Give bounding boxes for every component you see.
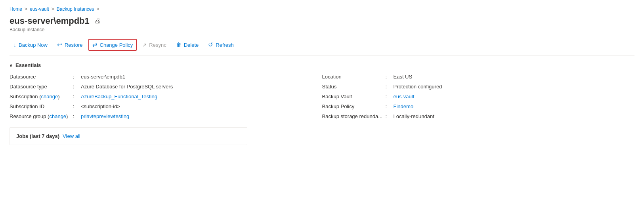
jobs-label: Jobs (last 7 days) [16,133,59,139]
change-policy-button[interactable]: ⇄ Change Policy [88,39,137,51]
breadcrumb: Home > eus-vault > Backup Instances > [10,6,634,12]
resync-button[interactable]: ↗ Resync [138,40,170,50]
backup-policy-value: Findemo [394,103,635,109]
status-label: Status [322,84,386,90]
status-value: Protection configured [394,84,635,90]
backup-vault-row: Backup Vault : eus-vault [322,94,635,99]
subscription-link[interactable]: AzureBackup_Functional_Testing [81,94,157,99]
jobs-view-all-link[interactable]: View all [63,133,80,139]
restore-label: Restore [65,42,83,48]
breadcrumb-backup-instances[interactable]: Backup Instances [57,6,94,12]
essentials-chevron[interactable]: ∧ [10,63,12,67]
location-label: Location [322,74,386,80]
jobs-section: Jobs (last 7 days) View all [10,127,247,145]
backup-vault-value: eus-vault [394,94,635,99]
change-policy-icon: ⇄ [92,41,97,48]
location-value: East US [394,74,635,80]
resource-group-link[interactable]: priavtepreviewtesting [81,113,129,119]
backup-now-button[interactable]: ↓ Backup Now [10,39,52,50]
jobs-header: Jobs (last 7 days) View all [16,133,241,139]
backup-policy-label: Backup Policy [322,103,386,109]
title-row: eus-server\empdb1 🖨 [10,16,634,26]
page-title: eus-server\empdb1 [10,16,90,26]
breadcrumb-home[interactable]: Home [10,6,22,12]
subscription-id-row: Subscription ID : <subscription-id> [10,103,322,109]
datasource-label: Datasource [10,74,73,80]
delete-button[interactable]: 🗑 Delete [172,39,203,50]
essentials-title: Essentials [15,62,41,68]
resync-label: Resync [149,42,166,48]
backup-now-label: Backup Now [19,42,48,48]
essentials-section: ∧ Essentials Datasource : eus-server\emp… [10,62,634,119]
delete-icon: 🗑 [176,42,182,48]
status-row: Status : Protection configured [322,84,635,90]
datasource-value: eus-server\empdb1 [81,74,322,80]
restore-button[interactable]: ↩ Restore [53,39,87,51]
backup-storage-value: Locally-redundant [394,113,635,119]
subscription-change-link[interactable]: change [41,94,58,99]
subtitle: Backup instance [10,27,634,32]
datasource-type-value: Azure Database for PostgreSQL servers [81,84,322,90]
subscription-row: Subscription (change) : AzureBackup_Func… [10,94,322,99]
backup-now-icon: ↓ [13,42,16,48]
backup-storage-label: Backup storage redunda... [322,113,386,119]
delete-label: Delete [184,42,199,48]
resync-icon: ↗ [142,42,147,48]
resource-group-label: Resource group (change) [10,113,73,119]
backup-policy-link[interactable]: Findemo [394,103,414,109]
backup-vault-label: Backup Vault [322,94,386,99]
resource-group-value: priavtepreviewtesting [81,113,322,119]
datasource-type-row: Datasource type : Azure Database for Pos… [10,84,322,90]
toolbar: ↓ Backup Now ↩ Restore ⇄ Change Policy ↗… [10,39,634,56]
datasource-row: Datasource : eus-server\empdb1 [10,74,322,80]
resource-group-row: Resource group (change) : priavtepreview… [10,113,322,119]
essentials-right: Location : East US Status : Protection c… [322,74,635,119]
essentials-grid: Datasource : eus-server\empdb1 Datasourc… [10,74,634,119]
change-policy-label: Change Policy [100,42,133,48]
breadcrumb-eus-vault[interactable]: eus-vault [30,6,49,12]
print-icon[interactable]: 🖨 [94,17,101,25]
subscription-value: AzureBackup_Functional_Testing [81,94,322,99]
restore-icon: ↩ [57,41,62,48]
backup-vault-link[interactable]: eus-vault [394,94,415,99]
subscription-id-label: Subscription ID [10,103,73,109]
location-row: Location : East US [322,74,635,80]
subscription-id-value: <subscription-id> [81,103,322,109]
refresh-icon: ↺ [208,41,213,48]
essentials-header: ∧ Essentials [10,62,634,68]
subscription-label: Subscription (change) [10,94,73,99]
breadcrumb-sep-1: > [25,6,27,12]
backup-storage-row: Backup storage redunda... : Locally-redu… [322,113,635,119]
datasource-type-label: Datasource type [10,84,73,90]
essentials-left: Datasource : eus-server\empdb1 Datasourc… [10,74,322,119]
resource-group-change-link[interactable]: change [49,113,66,119]
breadcrumb-sep-3: > [96,6,99,12]
refresh-button[interactable]: ↺ Refresh [204,39,238,51]
breadcrumb-sep-2: > [52,6,54,12]
backup-policy-row: Backup Policy : Findemo [322,103,635,109]
refresh-label: Refresh [216,42,234,48]
